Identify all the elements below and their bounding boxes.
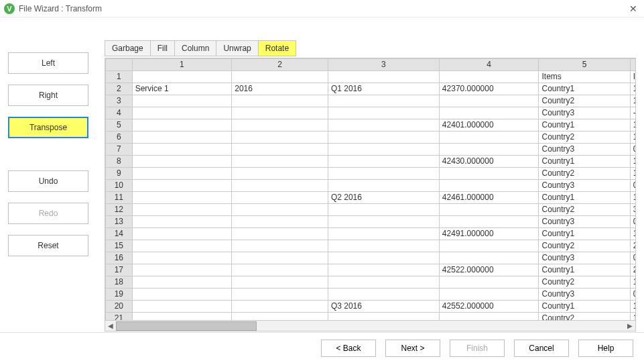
row-header[interactable]: 17 [106,264,133,276]
cell[interactable]: Country2 [539,204,630,216]
table-row[interactable]: 6Country21.74695281 [106,132,636,144]
cell[interactable] [132,240,232,252]
cell[interactable]: 1.187715 [630,119,635,132]
row-header[interactable]: 2 [106,83,133,95]
cell[interactable]: Country1 [539,192,630,204]
data-grid[interactable]: 1 2 3 4 5 6 1ItemsItem1862Service 12016Q… [105,58,635,331]
cell[interactable]: 0.000000 [630,216,635,228]
cell[interactable] [232,132,328,144]
cell[interactable] [328,168,439,180]
cell[interactable]: 42461.000000 [439,192,539,204]
table-row[interactable]: 2Service 12016Q1 201642370.000000Country… [106,83,636,95]
tab-unwrap[interactable]: Unwrap [216,40,258,56]
tab-garbage[interactable]: Garbage [105,40,151,56]
cell[interactable] [439,204,539,216]
cell[interactable] [232,264,328,276]
row-header[interactable]: 19 [106,289,133,301]
cell[interactable] [132,252,232,264]
cell[interactable]: Country2 [539,95,630,107]
col-header-5[interactable]: 5 [539,59,630,71]
cell[interactable] [232,192,328,204]
cell[interactable] [328,180,439,192]
cell[interactable]: -0.000000 [630,107,635,119]
cell[interactable] [132,276,232,289]
table-row[interactable]: 542401.000000Country11.18771582 [106,119,636,132]
cell[interactable]: 0.000000 [630,289,635,301]
cell[interactable] [232,119,328,132]
cell[interactable] [439,216,539,228]
cell[interactable] [328,216,439,228]
cell[interactable] [232,289,328,301]
row-header[interactable]: 15 [106,240,133,252]
cell[interactable]: Country1 [539,119,630,132]
transpose-button[interactable]: Transpose [8,117,88,138]
cell[interactable] [132,228,232,240]
cell[interactable] [439,71,539,83]
cell[interactable]: 42552.000000 [439,301,539,313]
row-header[interactable]: 20 [106,301,133,313]
row-header[interactable]: 18 [106,276,133,289]
cell[interactable] [232,204,328,216]
cell[interactable]: Country1 [539,264,630,276]
cell[interactable]: Country1 [539,156,630,168]
row-header[interactable]: 4 [106,107,133,119]
cell[interactable] [439,144,539,156]
cell[interactable] [232,156,328,168]
cell[interactable]: 42401.000000 [439,119,539,132]
cell[interactable]: Service 1 [132,83,232,95]
table-row[interactable]: 10Country30.00000077 [106,180,636,192]
cell[interactable]: Country3 [539,144,630,156]
cell[interactable]: Country2 [539,168,630,180]
cell[interactable]: 42370.000000 [439,83,539,95]
cell[interactable]: Country3 [539,252,630,264]
row-header[interactable]: 3 [106,95,133,107]
cell[interactable] [328,276,439,289]
reset-button[interactable]: Reset [8,235,88,256]
left-button[interactable]: Left [8,52,88,74]
row-header[interactable]: 9 [106,168,133,180]
cell[interactable] [439,252,539,264]
cell[interactable] [232,240,328,252]
cell[interactable]: Country1 [539,83,630,95]
cell[interactable]: 1.116173 [630,95,635,107]
cell[interactable]: 2016 [232,83,328,95]
cell[interactable] [232,276,328,289]
cell[interactable]: Country3 [539,289,630,301]
cell[interactable] [439,240,539,252]
cell[interactable]: 3.414397 [630,204,635,216]
tab-fill[interactable]: Fill [150,40,175,56]
row-header[interactable]: 8 [106,156,133,168]
cancel-button[interactable]: Cancel [514,340,569,357]
cell[interactable] [232,301,328,313]
cell[interactable]: 42430.000000 [439,156,539,168]
cell[interactable]: Country2 [539,132,630,144]
cell[interactable]: Country3 [539,107,630,119]
cell[interactable] [232,107,328,119]
cell[interactable] [132,180,232,192]
row-header[interactable]: 16 [106,252,133,264]
scroll-left-icon[interactable]: ◀ [105,321,116,331]
table-row[interactable]: 20Q3 201642552.000000Country11.21820967 [106,301,636,313]
cell[interactable]: 42522.000000 [439,264,539,276]
table-row[interactable]: 15Country22.69250372 [106,240,636,252]
cell[interactable] [232,180,328,192]
table-row[interactable]: 13Country30.00000074 [106,216,636,228]
table-row[interactable]: 11Q2 201642461.000000Country11.41389276 [106,192,636,204]
cell[interactable] [232,95,328,107]
cell[interactable] [132,132,232,144]
cell[interactable] [132,95,232,107]
cell[interactable]: Country1 [539,228,630,240]
cell[interactable]: 2.692503 [630,240,635,252]
cell[interactable]: Country3 [539,180,630,192]
cell[interactable] [132,204,232,216]
cell[interactable]: 0.000000 [630,180,635,192]
cell[interactable]: Q2 2016 [328,192,439,204]
cell[interactable]: 1.218209 [630,301,635,313]
cell[interactable] [328,289,439,301]
cell[interactable]: 2.080868 [630,264,635,276]
cell[interactable] [439,289,539,301]
tab-rotate[interactable]: Rotate [258,40,296,56]
cell[interactable] [328,228,439,240]
cell[interactable]: Q3 2016 [328,301,439,313]
row-header[interactable]: 13 [106,216,133,228]
